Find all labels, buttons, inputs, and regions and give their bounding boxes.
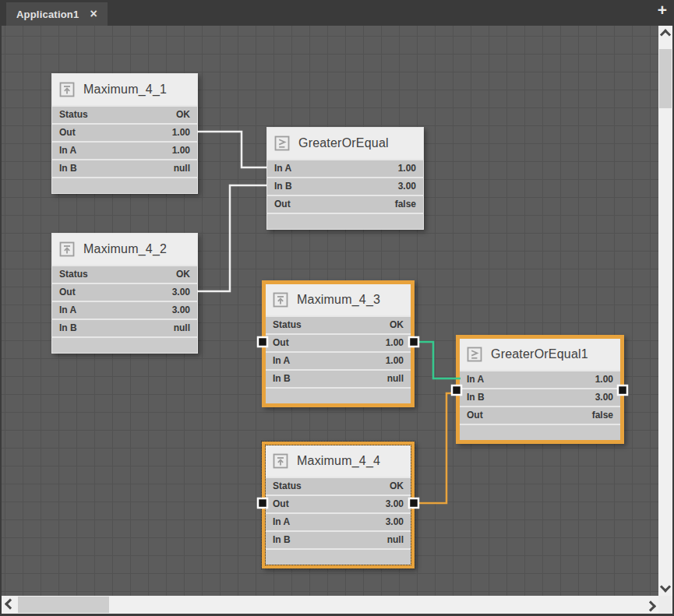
row-label: Out: [274, 196, 291, 213]
add-tab-button[interactable]: +: [654, 1, 671, 19]
row-value: null: [174, 320, 190, 336]
node-row[interactable]: Out3.00: [266, 495, 411, 512]
node-row[interactable]: In A1.00: [266, 351, 411, 369]
node-row[interactable]: In Bnull: [52, 319, 197, 336]
row-label: In B: [59, 160, 77, 177]
horizontal-scrollbar[interactable]: [2, 596, 658, 614]
row-value: OK: [390, 478, 404, 495]
row-label: In B: [467, 389, 485, 406]
node-header: GreaterOrEqual1: [460, 339, 620, 370]
node-row[interactable]: Outfalse: [267, 195, 423, 213]
row-label: Status: [59, 266, 88, 283]
row-label: In B: [273, 532, 291, 548]
scroll-right-button[interactable]: [642, 596, 658, 614]
row-label: Status: [273, 317, 302, 333]
node-row[interactable]: In A1.00: [267, 159, 423, 177]
row-label: Out: [59, 284, 76, 301]
node-header: Maximum_4_3: [266, 284, 411, 315]
row-value: null: [387, 371, 404, 387]
row-value: 3.00: [595, 389, 613, 406]
node-row[interactable]: StatusOK: [266, 477, 411, 495]
row-label: Out: [59, 125, 76, 141]
scroll-left-button[interactable]: [2, 596, 18, 614]
node-row[interactable]: In B3.00: [267, 177, 423, 195]
vertical-scrollbar-thumb[interactable]: [659, 49, 672, 108]
node-row[interactable]: In A1.00: [460, 370, 620, 388]
row-value: 1.00: [386, 335, 404, 351]
chevron-up-icon: [660, 29, 671, 40]
node-footer: [52, 336, 197, 353]
row-label: Status: [273, 478, 302, 495]
node-header: Maximum_4_2: [52, 234, 197, 265]
row-label: In A: [273, 353, 290, 369]
maximum-icon: [59, 241, 75, 257]
node-maximum-4-1[interactable]: Maximum_4_1 StatusOK Out1.00 In A1.00 In…: [51, 73, 198, 194]
scroll-up-button[interactable]: [658, 26, 672, 41]
row-value: OK: [176, 266, 190, 283]
tab-application1[interactable]: Application1 ×: [6, 2, 108, 26]
node-row[interactable]: In Bnull: [266, 530, 411, 548]
node-row[interactable]: Out1.00: [266, 333, 411, 351]
row-label: Out: [273, 496, 289, 512]
node-greaterorequal1[interactable]: GreaterOrEqual1 In A1.00 In B3.00 Outfal…: [456, 335, 624, 444]
maximum-icon: [273, 453, 288, 469]
node-row[interactable]: In A3.00: [266, 512, 411, 530]
node-row[interactable]: In B3.00: [460, 388, 620, 406]
row-value: 3.00: [386, 496, 404, 512]
row-value: 1.00: [386, 353, 404, 369]
row-label: In B: [274, 178, 292, 195]
row-value: false: [592, 407, 613, 424]
row-value: OK: [390, 317, 404, 333]
tab-label: Application1: [16, 9, 79, 20]
row-value: 3.00: [172, 302, 190, 319]
node-footer: [266, 387, 411, 403]
row-label: Out: [467, 407, 483, 424]
node-header: Maximum_4_4: [266, 445, 411, 477]
row-value: 3.00: [398, 178, 416, 195]
node-row[interactable]: In A1.00: [52, 141, 197, 159]
chevron-right-icon: [644, 600, 655, 611]
node-row[interactable]: StatusOK: [52, 105, 197, 123]
row-label: In B: [59, 320, 77, 336]
tab-close-icon[interactable]: ×: [90, 8, 97, 20]
row-label: In A: [467, 371, 484, 388]
row-label: Status: [59, 107, 88, 123]
node-greaterorequal[interactable]: GreaterOrEqual In A1.00 In B3.00 Outfals…: [266, 127, 424, 230]
node-maximum-4-4[interactable]: Maximum_4_4 StatusOK Out3.00 In A3.00 In…: [262, 442, 415, 568]
node-row[interactable]: StatusOK: [52, 265, 197, 283]
node-row[interactable]: StatusOK: [266, 315, 411, 333]
node-title: GreaterOrEqual1: [491, 347, 588, 361]
node-footer: [267, 213, 423, 229]
node-footer: [266, 548, 411, 565]
row-value: null: [174, 160, 190, 177]
horizontal-scrollbar-thumb[interactable]: [18, 597, 109, 613]
node-row[interactable]: Outfalse: [460, 406, 620, 424]
node-row[interactable]: Out1.00: [52, 123, 197, 141]
row-value: 1.00: [172, 143, 190, 159]
node-title: Maximum_4_2: [83, 242, 167, 256]
row-label: In A: [59, 143, 76, 159]
tab-bar: Application1 × +: [0, 0, 674, 26]
row-label: Out: [273, 335, 289, 351]
greater-or-equal-icon: [467, 347, 482, 362]
node-row[interactable]: In A3.00: [52, 301, 197, 319]
node-footer: [52, 177, 197, 193]
vertical-scrollbar[interactable]: [658, 26, 672, 596]
maximum-icon: [273, 292, 288, 308]
maximum-icon: [59, 82, 75, 97]
node-title: Maximum_4_4: [297, 454, 380, 468]
node-maximum-4-2[interactable]: Maximum_4_2 StatusOK Out3.00 In A3.00 In…: [51, 233, 198, 354]
row-label: In A: [273, 514, 290, 530]
row-label: In A: [59, 302, 76, 319]
scroll-down-button[interactable]: [658, 580, 672, 596]
node-header: Maximum_4_1: [52, 74, 197, 105]
node-row[interactable]: Out3.00: [52, 283, 197, 301]
node-title: Maximum_4_3: [297, 293, 380, 307]
node-row[interactable]: In Bnull: [52, 159, 197, 177]
row-value: 1.00: [172, 125, 190, 141]
node-maximum-4-3[interactable]: Maximum_4_3 StatusOK Out1.00 In A1.00 In…: [262, 280, 415, 407]
node-row[interactable]: In Bnull: [266, 369, 411, 387]
row-label: In B: [273, 371, 291, 387]
row-value: false: [395, 196, 416, 213]
chevron-down-icon: [660, 582, 671, 593]
